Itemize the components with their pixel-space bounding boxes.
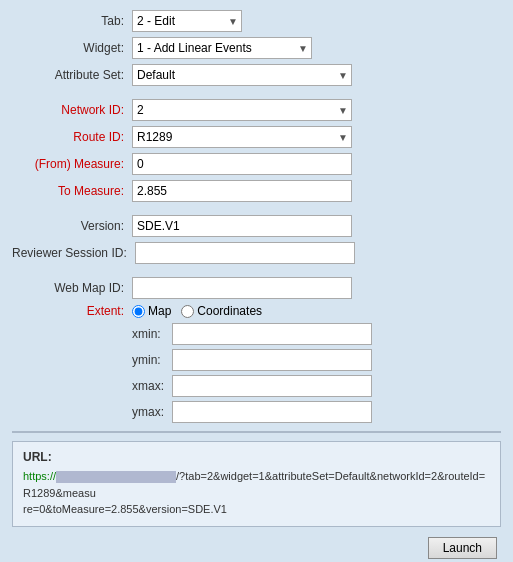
to-measure-label: To Measure:	[12, 184, 132, 198]
route-id-select-wrapper: R1289 ▼	[132, 126, 352, 148]
attribute-set-row: Attribute Set: Default ▼	[12, 64, 501, 86]
from-measure-row: (From) Measure:	[12, 153, 501, 175]
ymax-input[interactable]	[172, 401, 372, 423]
to-measure-row: To Measure:	[12, 180, 501, 202]
extent-radio-group: Map Coordinates	[132, 304, 262, 318]
route-id-row: Route ID: R1289 ▼	[12, 126, 501, 148]
ymin-row: ymin:	[132, 349, 501, 371]
version-input[interactable]	[132, 215, 352, 237]
reviewer-session-input[interactable]	[135, 242, 355, 264]
extent-coordinates-label: Coordinates	[197, 304, 262, 318]
network-id-label: Network ID:	[12, 103, 132, 117]
url-text: https:// /?tab=2&widget=1&attributeSet=D…	[23, 468, 490, 518]
attribute-set-select[interactable]: Default	[132, 64, 352, 86]
version-label: Version:	[12, 219, 132, 233]
url-bottom: Launch	[12, 537, 501, 559]
route-id-select[interactable]: R1289	[132, 126, 352, 148]
extent-row: Extent: Map Coordinates	[12, 304, 501, 318]
extent-label: Extent:	[12, 304, 132, 318]
xmax-row: xmax:	[132, 375, 501, 397]
from-measure-label: (From) Measure:	[12, 157, 132, 171]
xmax-input[interactable]	[172, 375, 372, 397]
attribute-set-label: Attribute Set:	[12, 68, 132, 82]
ymax-row: ymax:	[132, 401, 501, 423]
ymin-label: ymin:	[132, 353, 172, 367]
widget-select[interactable]: 1 - Add Linear Events	[132, 37, 312, 59]
attribute-set-select-wrapper: Default ▼	[132, 64, 352, 86]
to-measure-input[interactable]	[132, 180, 352, 202]
url-placeholder	[56, 471, 176, 483]
tab-label: Tab:	[12, 14, 132, 28]
web-map-id-label: Web Map ID:	[12, 281, 132, 295]
from-measure-input[interactable]	[132, 153, 352, 175]
xmax-label: xmax:	[132, 379, 172, 393]
extent-coordinates-radio[interactable]	[181, 305, 194, 318]
route-id-label: Route ID:	[12, 130, 132, 144]
extent-map-option: Map	[132, 304, 171, 318]
widget-label: Widget:	[12, 41, 132, 55]
url-https-text: https://	[23, 470, 56, 482]
widget-row: Widget: 1 - Add Linear Events ▼	[12, 37, 501, 59]
xmin-label: xmin:	[132, 327, 172, 341]
reviewer-session-label: Reviewer Session ID:	[12, 246, 135, 260]
coord-rows: xmin: ymin: xmax: ymax:	[132, 323, 501, 423]
url-section: URL: https:// /?tab=2&widget=1&attribute…	[12, 441, 501, 527]
tab-select[interactable]: 2 - Edit	[132, 10, 242, 32]
ymin-input[interactable]	[172, 349, 372, 371]
main-container: Tab: 2 - Edit ▼ Widget: 1 - Add Linear E…	[0, 0, 513, 562]
url-section-label: URL:	[23, 450, 490, 464]
version-row: Version:	[12, 215, 501, 237]
extent-coordinates-option: Coordinates	[181, 304, 262, 318]
tab-select-wrapper: 2 - Edit ▼	[132, 10, 242, 32]
ymax-label: ymax:	[132, 405, 172, 419]
reviewer-session-row: Reviewer Session ID:	[12, 242, 501, 264]
web-map-id-input[interactable]	[132, 277, 352, 299]
extent-map-label: Map	[148, 304, 171, 318]
xmin-input[interactable]	[172, 323, 372, 345]
network-id-row: Network ID: 2 ▼	[12, 99, 501, 121]
widget-select-wrapper: 1 - Add Linear Events ▼	[132, 37, 312, 59]
xmin-row: xmin:	[132, 323, 501, 345]
web-map-id-row: Web Map ID:	[12, 277, 501, 299]
network-id-select[interactable]: 2	[132, 99, 352, 121]
tab-row: Tab: 2 - Edit ▼	[12, 10, 501, 32]
launch-button[interactable]: Launch	[428, 537, 497, 559]
extent-map-radio[interactable]	[132, 305, 145, 318]
network-id-select-wrapper: 2 ▼	[132, 99, 352, 121]
divider	[12, 431, 501, 433]
